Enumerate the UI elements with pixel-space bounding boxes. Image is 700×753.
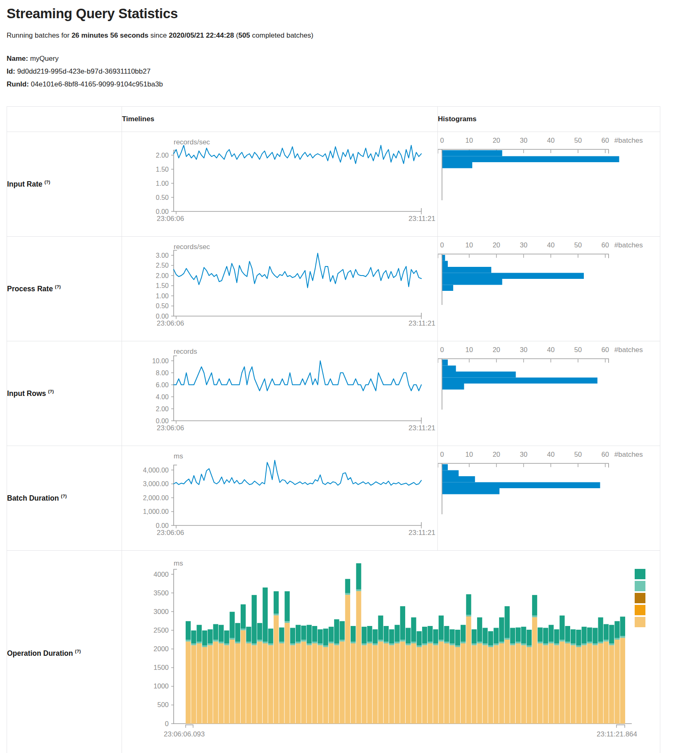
svg-text:23:06:06: 23:06:06 xyxy=(157,215,184,223)
svg-text:2.50: 2.50 xyxy=(156,262,169,269)
process-rate-row: Process Rate (?) records/sec3.002.502.00… xyxy=(7,237,660,341)
running-duration: 26 minutes 56 seconds xyxy=(72,31,148,39)
svg-text:23:06:06: 23:06:06 xyxy=(157,424,184,432)
query-name-row: Name: myQuery xyxy=(7,52,700,65)
svg-text:20: 20 xyxy=(492,346,500,353)
batch-duration-label: Batch Duration xyxy=(7,494,59,502)
svg-text:1.50: 1.50 xyxy=(156,166,169,173)
svg-text:10: 10 xyxy=(466,346,473,353)
svg-text:0: 0 xyxy=(440,451,444,458)
process-rate-label-cell: Process Rate (?) xyxy=(7,237,122,341)
svg-text:60: 60 xyxy=(602,137,609,144)
input-rows-histogram-cell: 0102030405060#batches xyxy=(438,341,660,446)
operation-duration-label: Operation Duration xyxy=(7,649,73,657)
svg-text:1500: 1500 xyxy=(153,664,169,671)
svg-text:40: 40 xyxy=(547,346,554,353)
svg-text:2,000.00: 2,000.00 xyxy=(143,494,169,501)
svg-text:#batches: #batches xyxy=(614,346,643,354)
svg-text:30: 30 xyxy=(520,451,527,458)
svg-text:0.50: 0.50 xyxy=(156,194,169,201)
svg-text:0.00: 0.00 xyxy=(156,313,169,320)
input-rows-row: Input Rows (?) records10.008.006.004.002… xyxy=(7,341,660,446)
query-id-row: Id: 9d0dd219-995d-423e-b97d-36931110bb27 xyxy=(7,65,700,78)
svg-text:3,000.00: 3,000.00 xyxy=(143,480,169,487)
svg-text:2.00: 2.00 xyxy=(156,272,169,279)
svg-text:3500: 3500 xyxy=(153,589,169,597)
svg-text:1.00: 1.00 xyxy=(156,293,169,300)
input-rows-help-icon[interactable]: (?) xyxy=(48,389,54,394)
svg-text:2.00: 2.00 xyxy=(156,405,169,412)
svg-text:10: 10 xyxy=(466,241,473,249)
query-runid-label: RunId: xyxy=(7,80,29,88)
svg-text:1000: 1000 xyxy=(153,682,169,690)
svg-text:0.00: 0.00 xyxy=(156,417,169,424)
svg-text:0: 0 xyxy=(165,720,169,727)
input-rows-timeline-cell: records10.008.006.004.002.000.0023:06:06… xyxy=(122,341,438,446)
svg-text:3000: 3000 xyxy=(153,608,169,615)
batch-duration-histogram-cell: 0102030405060#batches xyxy=(438,446,660,551)
svg-text:4000: 4000 xyxy=(153,571,169,578)
svg-text:60: 60 xyxy=(602,451,609,458)
operation-duration-row: Operation Duration (?) ms400035003000250… xyxy=(7,551,660,753)
svg-text:23:11:21.864: 23:11:21.864 xyxy=(597,730,637,738)
legend-swatch-teal xyxy=(635,569,645,579)
query-name-value: myQuery xyxy=(30,55,59,62)
operation-duration-chart-cell: ms4000350030002500200015001000500023:06:… xyxy=(122,551,660,753)
legend-swatch-dark-gold xyxy=(635,593,645,603)
svg-text:2000: 2000 xyxy=(153,645,169,652)
empty-header-cell xyxy=(7,107,122,132)
svg-text:0.50: 0.50 xyxy=(156,302,169,309)
query-id-label: Id: xyxy=(7,67,15,75)
query-runid-row: RunId: 04e101e6-8bf8-4165-9099-9104c951b… xyxy=(7,78,700,91)
input-rows-label: Input Rows xyxy=(7,389,46,398)
svg-text:30: 30 xyxy=(520,241,527,249)
svg-text:50: 50 xyxy=(574,137,582,144)
process-rate-label: Process Rate xyxy=(7,285,53,293)
svg-text:60: 60 xyxy=(602,346,609,353)
svg-text:30: 30 xyxy=(520,346,527,353)
svg-text:10: 10 xyxy=(466,137,473,144)
svg-text:0: 0 xyxy=(440,137,444,144)
svg-text:records: records xyxy=(174,348,197,355)
svg-text:6.00: 6.00 xyxy=(156,381,169,388)
svg-text:500: 500 xyxy=(157,701,169,708)
input-rate-help-icon[interactable]: (?) xyxy=(44,180,50,185)
svg-text:0: 0 xyxy=(440,241,444,249)
operation-duration-help-icon[interactable]: (?) xyxy=(75,649,81,654)
svg-text:10.00: 10.00 xyxy=(152,357,169,365)
svg-text:20: 20 xyxy=(492,241,500,249)
svg-text:23:06:06: 23:06:06 xyxy=(157,529,184,537)
operation-duration-chart: ms4000350030002500200015001000500023:06:… xyxy=(122,551,659,753)
input-rate-timeline-chart: records/sec2.001.501.000.500.0023:06:062… xyxy=(122,132,437,235)
input-rate-row: Input Rate (?) records/sec2.001.501.000.… xyxy=(7,132,660,237)
query-metadata: Name: myQuery Id: 9d0dd219-995d-423e-b97… xyxy=(7,52,700,91)
svg-text:23:11:21: 23:11:21 xyxy=(409,319,435,327)
query-name-label: Name: xyxy=(7,55,28,62)
process-rate-histogram-cell: 0102030405060#batches xyxy=(438,237,660,341)
input-rows-histogram-chart: 0102030405060#batches xyxy=(438,341,659,444)
svg-text:4,000.00: 4,000.00 xyxy=(143,467,169,474)
paren-open: ( xyxy=(234,31,238,39)
running-batches-summary: Running batches for 26 minutes 56 second… xyxy=(7,31,700,40)
svg-text:#batches: #batches xyxy=(614,451,643,458)
completed-suffix: completed batches) xyxy=(250,31,313,39)
svg-text:60: 60 xyxy=(602,241,609,249)
svg-text:23:11:21: 23:11:21 xyxy=(409,215,435,223)
batch-duration-help-icon[interactable]: (?) xyxy=(61,494,67,499)
streaming-query-statistics-page: Streaming Query Statistics Running batch… xyxy=(0,0,700,753)
process-rate-help-icon[interactable]: (?) xyxy=(55,284,61,289)
svg-text:0.00: 0.00 xyxy=(156,208,169,215)
svg-text:23:06:06: 23:06:06 xyxy=(157,319,184,327)
input-rate-histogram-cell: 0102030405060#batches xyxy=(438,132,660,237)
svg-text:1.50: 1.50 xyxy=(156,282,169,289)
table-header-row: Timelines Histograms xyxy=(7,107,660,132)
process-rate-histogram-chart: 0102030405060#batches xyxy=(438,237,659,339)
svg-text:10: 10 xyxy=(466,451,473,458)
batch-duration-timeline-cell: ms4,000.003,000.002,000.001,000.000.0023… xyxy=(122,446,438,551)
svg-text:1,000.00: 1,000.00 xyxy=(143,508,169,515)
svg-text:50: 50 xyxy=(574,346,582,353)
legend-swatch-orange xyxy=(635,605,645,615)
page-title: Streaming Query Statistics xyxy=(7,6,700,22)
start-timestamp: 2020/05/21 22:44:28 xyxy=(169,31,234,39)
legend-swatch-light-teal xyxy=(635,581,645,591)
